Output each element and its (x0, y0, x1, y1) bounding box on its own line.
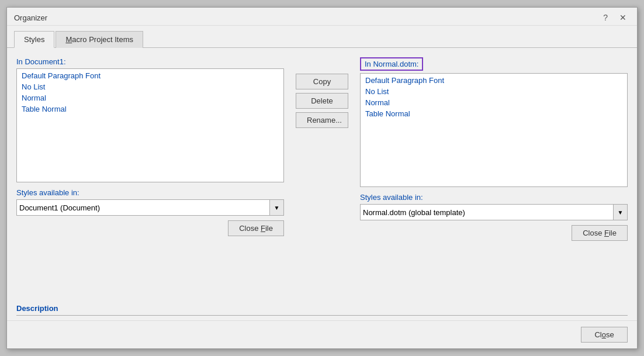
right-section-label: In Normal.dotm: (360, 57, 423, 71)
description-section: Description (16, 299, 628, 316)
description-divider (16, 315, 628, 316)
tab-macro-underline: M (65, 35, 72, 44)
right-column: In Normal.dotm: Default Paragraph Font N… (360, 57, 628, 241)
tab-styles[interactable]: Styles (14, 31, 54, 48)
left-dropdown[interactable]: Document1 (Document) (16, 199, 270, 216)
list-item[interactable]: Default Paragraph Font (362, 75, 626, 86)
right-styles-available-label: Styles available in: (360, 193, 628, 202)
left-styles-available-label: Styles available in: (16, 188, 284, 197)
tab-macro-label: Macro Project Items (65, 35, 133, 44)
tab-macro-project-items[interactable]: Macro Project Items (56, 31, 143, 48)
close-underline-o: o (602, 330, 606, 339)
left-close-file-row: Close File (16, 220, 284, 236)
right-close-file-label: Close File (583, 229, 617, 237)
left-section-label: In Document1: (16, 57, 284, 66)
delete-button[interactable]: Delete (296, 93, 348, 109)
bottom-bar: Close (7, 320, 637, 348)
list-item[interactable]: Normal (18, 92, 282, 103)
right-list-box[interactable]: Default Paragraph Font No List Normal Ta… (360, 73, 628, 187)
columns-row: In Document1: Default Paragraph Font No … (16, 57, 628, 292)
list-item[interactable]: Default Paragraph Font (18, 70, 282, 81)
right-close-file-row: Close File (360, 225, 628, 241)
description-label: Description (16, 304, 58, 313)
left-close-file-label: Close File (239, 224, 273, 233)
right-dropdown-row: Normal.dotm (global template) ▼ (360, 204, 628, 220)
dialog-body: In Document1: Default Paragraph Font No … (7, 48, 637, 320)
title-bar: Organizer ? ✕ (7, 8, 637, 26)
right-dropdown-arrow[interactable]: ▼ (614, 204, 628, 220)
close-file-underline-f: F (261, 224, 265, 233)
left-dropdown-row: Document1 (Document) ▼ (16, 199, 284, 216)
left-list-box[interactable]: Default Paragraph Font No List Normal Ta… (16, 68, 284, 182)
organizer-dialog: Organizer ? ✕ Styles Macro Project Items… (6, 7, 638, 349)
list-item[interactable]: No List (18, 81, 282, 92)
title-bar-controls: ? ✕ (600, 12, 630, 23)
tab-bar: Styles Macro Project Items (7, 26, 637, 48)
bottom-close-label: Close (594, 330, 614, 339)
tab-styles-label: Styles (24, 35, 44, 44)
left-dropdown-arrow[interactable]: ▼ (270, 199, 284, 216)
list-item[interactable]: No List (362, 86, 626, 97)
right-close-file-button[interactable]: Close File (572, 225, 628, 241)
list-item[interactable]: Table Normal (362, 108, 626, 119)
close-window-button[interactable]: ✕ (616, 12, 630, 23)
rename-button[interactable]: Rename... (296, 112, 348, 128)
right-dropdown[interactable]: Normal.dotm (global template) (360, 204, 614, 220)
right-section-label-wrapper: In Normal.dotm: (360, 57, 628, 71)
left-column: In Document1: Default Paragraph Font No … (16, 57, 284, 236)
copy-button[interactable]: Copy (296, 74, 348, 89)
help-button[interactable]: ? (600, 12, 611, 23)
left-close-file-button[interactable]: Close File (228, 220, 284, 236)
list-item[interactable]: Normal (362, 97, 626, 108)
list-item[interactable]: Table Normal (18, 103, 282, 115)
bottom-close-button[interactable]: Close (581, 327, 628, 343)
right-close-file-underline-f: F (604, 229, 609, 237)
dialog-title: Organizer (14, 13, 47, 22)
center-column: Copy Delete Rename... (284, 57, 360, 128)
tab-macro-rest: acro Project Items (72, 35, 133, 44)
